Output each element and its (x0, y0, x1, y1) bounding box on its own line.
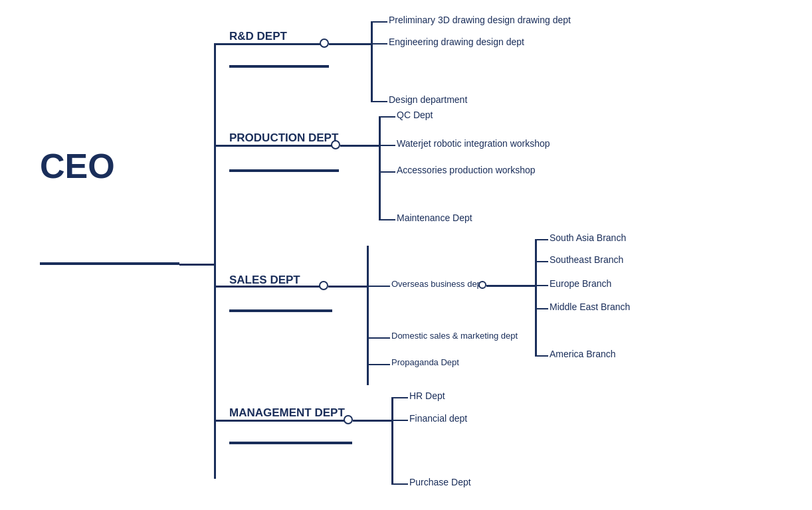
mgmt-sub2-hline (391, 420, 408, 421)
rd-to-sub (329, 43, 372, 45)
management-underline (229, 442, 352, 444)
mgmt-to-sub (353, 420, 393, 422)
prod-sub2: Waterjet robotic integration workshop (397, 138, 550, 149)
sales-node (319, 281, 328, 290)
prod-hconnector (214, 145, 337, 147)
sales-dept-label: SALES DEPT (229, 274, 300, 287)
management-dept-label: MANAGEMENT DEPT (229, 406, 345, 420)
overseas-to-branches (486, 285, 536, 287)
prod-sub1-hline (379, 116, 395, 118)
main-trunk (214, 43, 216, 479)
prod-subvline (379, 116, 381, 219)
prod-to-sub (340, 145, 380, 147)
ceo-label: CEO (40, 146, 115, 186)
mgmt-sub3-hline (391, 483, 408, 485)
sales-underline (229, 309, 332, 312)
production-underline (229, 169, 339, 172)
ceo-underline (40, 262, 179, 265)
domestic-hline (367, 337, 390, 339)
prod-sub3-hline (379, 171, 395, 173)
mgmt-sub1: HR Dept (409, 390, 445, 401)
mgmt-sub3: Purchase Dept (409, 477, 471, 487)
southasia-hline (535, 239, 548, 240)
rd-sub1: Preliminary 3D drawing design drawing de… (389, 15, 571, 25)
rd-node (320, 39, 329, 48)
org-chart: CEO R&D DEPT Preliminary 3D drawing desi… (0, 0, 812, 510)
rd-sub2: Engineering drawing design dept (389, 37, 524, 47)
rd-hconnector (214, 43, 324, 45)
propaganda-hline (367, 364, 390, 365)
middleeast-hline (535, 308, 548, 309)
overseas-label: Overseas business dept (391, 279, 484, 289)
southeast-label: Southeast Branch (550, 254, 623, 265)
overseas-node (478, 281, 486, 289)
rd-subvline (371, 21, 373, 101)
rd-sub2-hline (371, 43, 387, 44)
production-node (331, 140, 340, 149)
europe-label: Europe Branch (550, 278, 611, 289)
mgmt-sub1-hline (391, 397, 408, 398)
prod-sub1: QC Dept (397, 110, 433, 120)
rd-dept-label: R&D DEPT (229, 30, 287, 43)
ceo-hline (179, 264, 216, 266)
propaganda-label: Propaganda Dept (391, 357, 459, 367)
mgmt-sub2: Financial dept (409, 413, 467, 424)
rd-sub3: Design department (389, 94, 467, 105)
southasia-label: South Asia Branch (550, 232, 626, 243)
prod-sub3: Accessories production workshop (397, 165, 536, 175)
middleeast-label: Middle East Branch (550, 301, 630, 312)
management-node (344, 415, 353, 424)
rd-sub3-hline (371, 101, 387, 102)
production-dept-label: PRODUCTION DEPT (229, 131, 338, 145)
prod-sub4: Maintenance Dept (397, 212, 472, 223)
prod-sub2-hline (379, 145, 395, 146)
america-hline (535, 355, 548, 357)
domestic-label: Domestic sales & marketing dept (391, 331, 518, 341)
overseas-hline (367, 286, 390, 287)
mgmt-subvline (391, 397, 393, 483)
sales-to-sub (328, 286, 368, 288)
southeast-hline (535, 261, 548, 262)
rd-underline (229, 65, 329, 68)
rd-sub1-hline (371, 21, 387, 23)
america-label: America Branch (550, 349, 616, 359)
europe-hline (535, 285, 548, 286)
prod-sub4-hline (379, 219, 395, 220)
mgmt-hconnector (214, 420, 350, 422)
branches-vline (535, 239, 537, 355)
